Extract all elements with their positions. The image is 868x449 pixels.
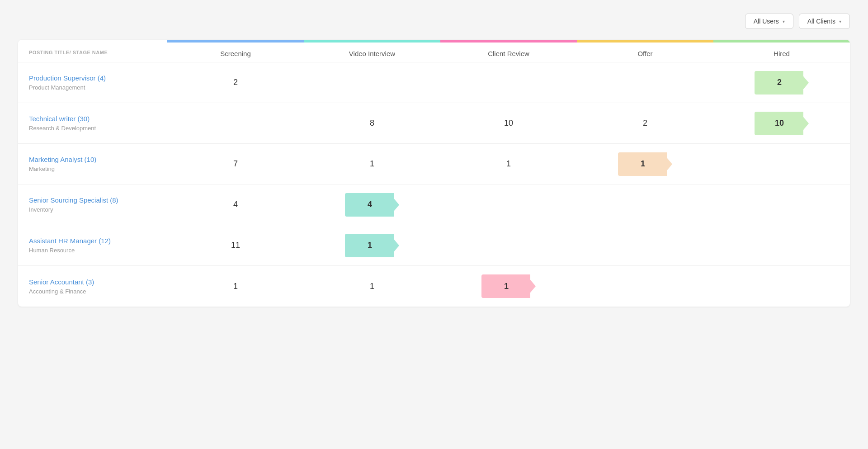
cell-offer-1: 2: [577, 118, 713, 128]
posting-title-2[interactable]: Marketing Analyst (10): [29, 156, 96, 163]
cell-video_interview-5: 1: [304, 282, 440, 291]
all-clients-dropdown[interactable]: All Clients ▾: [799, 14, 850, 29]
cell-screening-4: 11: [167, 241, 304, 250]
cell-screening-0: 2: [167, 78, 304, 87]
cell-screening-3: 4: [167, 200, 304, 209]
posting-title-4[interactable]: Assistant HR Manager (12): [29, 237, 111, 245]
posting-cell-1: Technical writer (30)Research & Developm…: [18, 115, 167, 132]
posting-dept-3: Inventory: [29, 206, 163, 213]
table-header: POSTING TITLE/ STAGE NAME Screening Vide…: [18, 43, 850, 62]
posting-cell-0: Production Supervisor (4)Product Managem…: [18, 74, 167, 91]
color-bar-video: [304, 40, 440, 43]
top-bar: All Users ▾ All Clients ▾: [18, 14, 850, 29]
arrow-badge-video_interview-4: 1: [345, 234, 399, 257]
arrow-badge-video_interview-3: 4: [345, 193, 399, 217]
cell-client_review-1: 10: [440, 118, 577, 128]
posting-dept-5: Accounting & Finance: [29, 288, 163, 295]
posting-dept-2: Marketing: [29, 165, 163, 172]
page-container: All Users ▾ All Clients ▾ POSTING TITLE/…: [0, 0, 868, 449]
posting-dept-0: Product Management: [29, 84, 163, 91]
cell-hired-1: 10: [713, 112, 850, 135]
pipeline-table: POSTING TITLE/ STAGE NAME Screening Vide…: [18, 40, 850, 307]
cell-screening-5: 1: [167, 282, 304, 291]
header-hired: Hired: [713, 50, 850, 57]
color-bar-empty: [18, 40, 167, 43]
header-client: Client Review: [440, 50, 577, 57]
posting-cell-2: Marketing Analyst (10)Marketing: [18, 156, 167, 172]
table-body: Production Supervisor (4)Product Managem…: [18, 62, 850, 307]
arrow-badge-offer-2: 1: [618, 152, 672, 176]
posting-title-3[interactable]: Senior Sourcing Specialist (8): [29, 196, 118, 204]
posting-title-0[interactable]: Production Supervisor (4): [29, 74, 106, 82]
cell-video_interview-2: 1: [304, 159, 440, 169]
chevron-down-icon: ▾: [839, 19, 841, 24]
header-video: Video Interview: [304, 50, 440, 57]
posting-dept-4: Human Resource: [29, 247, 163, 254]
header-offer: Offer: [577, 50, 713, 57]
header-posting-col: POSTING TITLE/ STAGE NAME: [18, 50, 167, 57]
color-bar: [18, 40, 850, 43]
color-bar-offer: [577, 40, 713, 43]
cell-client_review-5: 1: [440, 274, 577, 298]
color-bar-screening: [167, 40, 304, 43]
cell-video_interview-3: 4: [304, 193, 440, 217]
table-row: Assistant HR Manager (12)Human Resource1…: [18, 225, 850, 266]
all-users-dropdown[interactable]: All Users ▾: [745, 14, 793, 29]
cell-offer-2: 1: [577, 152, 713, 176]
table-row: Production Supervisor (4)Product Managem…: [18, 62, 850, 103]
cell-client_review-2: 1: [440, 159, 577, 169]
color-bar-hired: [713, 40, 850, 43]
posting-title-5[interactable]: Senior Accountant (3): [29, 278, 94, 286]
table-row: Senior Sourcing Specialist (8)Inventory4…: [18, 184, 850, 225]
chevron-down-icon: ▾: [783, 19, 785, 24]
table-row: Technical writer (30)Research & Developm…: [18, 103, 850, 144]
posting-cell-4: Assistant HR Manager (12)Human Resource: [18, 237, 167, 254]
all-users-label: All Users: [754, 18, 779, 25]
cell-screening-2: 7: [167, 159, 304, 169]
posting-title-1[interactable]: Technical writer (30): [29, 115, 90, 123]
cell-hired-0: 2: [713, 71, 850, 95]
arrow-badge-hired-1: 10: [755, 112, 809, 135]
posting-dept-1: Research & Development: [29, 125, 163, 132]
posting-cell-5: Senior Accountant (3)Accounting & Financ…: [18, 278, 167, 295]
table-row: Marketing Analyst (10)Marketing7111: [18, 144, 850, 184]
cell-video_interview-1: 8: [304, 118, 440, 128]
posting-cell-3: Senior Sourcing Specialist (8)Inventory: [18, 196, 167, 213]
cell-video_interview-4: 1: [304, 234, 440, 257]
all-clients-label: All Clients: [807, 18, 835, 25]
arrow-badge-hired-0: 2: [755, 71, 809, 95]
table-row: Senior Accountant (3)Accounting & Financ…: [18, 266, 850, 307]
color-bar-client: [440, 40, 577, 43]
header-screening: Screening: [167, 50, 304, 57]
